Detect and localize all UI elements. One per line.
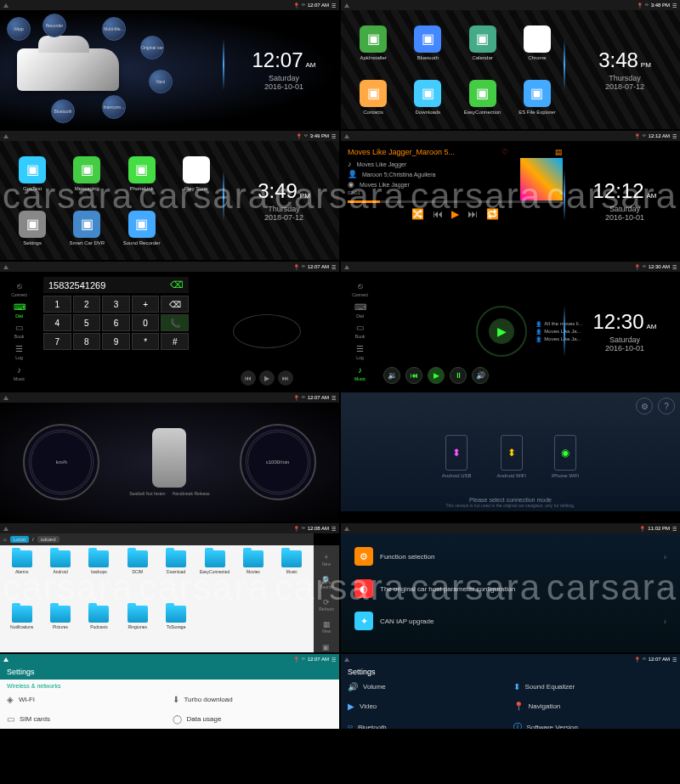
setting-Navigation[interactable]: 📍Navigation [513, 699, 674, 713]
app-ES File Explorer[interactable]: ▣ES File Explorer [512, 71, 563, 122]
dial-key-1[interactable]: 1 [43, 296, 71, 313]
setting-Volume[interactable]: 🔊Volume [348, 680, 508, 694]
folder-EasyConnected[interactable]: EasyConnected [196, 550, 233, 604]
dial-key-2[interactable]: 2 [73, 296, 101, 313]
conn-device-Android WiFi[interactable]: ⬍Android WiFi [497, 435, 526, 478]
folder-Alarms[interactable]: Alarms [3, 550, 40, 604]
play-icon[interactable]: ▶ [428, 367, 445, 384]
app-Calendar[interactable]: ▣Calendar [457, 17, 508, 68]
side-View[interactable]: ▦View [322, 620, 332, 634]
dial-key-5[interactable]: 5 [73, 314, 101, 331]
folder-TsStorage[interactable]: TsStorage [158, 606, 195, 652]
progress-bar[interactable] [348, 200, 563, 203]
play-circle[interactable]: ▶ [476, 306, 527, 357]
app-Play Store[interactable]: ▣Play Store [171, 148, 222, 199]
app-Downloads[interactable]: ▣Downloads [402, 71, 453, 122]
folder-Ringtones[interactable]: Ringtones [119, 606, 156, 652]
dial-key-6[interactable]: 6 [102, 314, 130, 331]
setting-Software Version[interactable]: ⓘSoftware Version [513, 719, 674, 729]
heart-icon[interactable]: ♡ [502, 148, 508, 156]
app-Chrome[interactable]: ▣Chrome [512, 17, 563, 68]
dial-key-4[interactable]: 4 [43, 314, 71, 331]
repeat-icon[interactable]: 🔁 [486, 208, 499, 220]
func-item[interactable]: ✦CAN IAP upgrade› [348, 605, 673, 637]
bubble-recorder[interactable]: Recorder [42, 14, 66, 37]
folder-Android[interactable]: Android [42, 550, 78, 604]
setting-Video[interactable]: ▶Video [348, 699, 508, 713]
next-icon[interactable]: ⏭ [468, 208, 478, 220]
folder-Pictures[interactable]: Pictures [42, 606, 78, 652]
phone-tab-Music[interactable]: ♪Music [341, 365, 379, 381]
phone-tab-Music[interactable]: ♪Music [0, 365, 38, 381]
phone-tab-Connect[interactable]: ⎋Connect [0, 281, 38, 297]
phone-tab-Book[interactable]: ▭Book [341, 323, 379, 339]
folder-Notifications[interactable]: Notifications [3, 606, 40, 652]
phone-tab-Log[interactable]: ☰Log [0, 344, 38, 360]
settings-icon[interactable]: ⚙ [636, 398, 653, 415]
phone-tab-Dial[interactable]: ⌨Dial [0, 302, 38, 319]
phone-tab-Log[interactable]: ☰Log [341, 344, 379, 360]
dial-key-9[interactable]: 9 [102, 333, 130, 350]
folder-Podcasts[interactable]: Podcasts [81, 606, 117, 652]
bubble-multime[interactable]: Multi-Me... [102, 17, 126, 41]
setting-Wi-Fi[interactable]: ◈Wi-Fi [7, 692, 167, 707]
prev-btn[interactable]: ⏮ [241, 370, 256, 386]
breadcrumb[interactable]: ⌂Local/sdcard [0, 533, 314, 545]
phone-tab-Dial[interactable]: ⌨Dial [341, 302, 379, 319]
setting-SIM cards[interactable]: ▭SIM cards [7, 712, 167, 726]
app-GpsTest[interactable]: ▣GpsTest [7, 148, 58, 199]
side-New[interactable]: +New [322, 553, 331, 567]
backspace-icon[interactable]: ⌫ [170, 279, 184, 290]
prev-icon[interactable]: ⏮ [433, 208, 443, 220]
vol-up-icon[interactable]: 🔊 [472, 367, 489, 384]
pause-icon[interactable]: ⏸ [450, 367, 467, 384]
conn-device-iPhone WiFi[interactable]: ◉iPhone WiFi [552, 435, 579, 478]
folder-DCIM[interactable]: DCIM [119, 550, 156, 604]
dial-key-3[interactable]: 3 [102, 296, 130, 313]
play-icon[interactable]: ▶ [451, 208, 459, 220]
bubble-bt[interactable]: Bluetooth [51, 99, 75, 123]
dial-key-7[interactable]: 7 [43, 333, 71, 350]
menu-icon[interactable]: ▤ [555, 148, 563, 156]
dial-key-+[interactable]: + [132, 296, 160, 313]
app-Sound Recorder[interactable]: ▣Sound Recorder [116, 202, 167, 253]
setting-Bluetooth[interactable]: ⌔Bluetooth [348, 719, 508, 729]
dial-key-#[interactable]: # [161, 333, 189, 350]
app-PhoneLink[interactable]: ▣PhoneLink [116, 148, 167, 199]
app-Settings[interactable]: ▣Settings [7, 202, 58, 253]
app-EasyConnection[interactable]: ▣EasyConnection [457, 71, 508, 122]
prev-icon[interactable]: ⏮ [405, 367, 422, 384]
app-Smart Car DVR[interactable]: ▣Smart Car DVR [61, 202, 112, 253]
home-icon[interactable]: ⌂ [3, 537, 7, 542]
app-Messaging[interactable]: ▣Messaging [61, 148, 112, 199]
func-item[interactable]: ◐The original car host parameter configu… [348, 572, 673, 605]
app-Contacts[interactable]: ▣Contacts [348, 71, 399, 122]
app-ApkInstaller[interactable]: ▣ApkInstaller [348, 17, 399, 68]
conn-device-Android USB[interactable]: ⬍Android USB [442, 435, 472, 478]
bubble-original[interactable]: Original car [140, 36, 164, 59]
folder-backups[interactable]: backups [81, 550, 117, 604]
bubble-interconn[interactable]: Interconn... [102, 95, 126, 119]
func-item[interactable]: ⚙Function selection› [348, 540, 673, 572]
phone-tab-Connect[interactable]: ⎋Connect [341, 281, 379, 297]
shuffle-icon[interactable]: 🔀 [411, 208, 424, 220]
side-Windows[interactable]: ▣Windows [318, 643, 335, 652]
help-icon[interactable]: ? [658, 398, 675, 415]
menu-icon[interactable]: ☰ [332, 3, 336, 8]
app-Bluetooth[interactable]: ▣Bluetooth [402, 17, 453, 68]
phone-tab-Book[interactable]: ▭Book [0, 323, 38, 339]
folder-Music[interactable]: Music [274, 550, 310, 604]
bubble-iiapp[interactable]: IIApp [7, 17, 31, 41]
dial-key-⌫[interactable]: ⌫ [161, 296, 189, 313]
vol-down-icon[interactable]: 🔉 [383, 367, 400, 384]
dial-key-8[interactable]: 8 [73, 333, 101, 350]
setting-Data usage[interactable]: ◯Data usage [173, 712, 333, 726]
play-btn[interactable]: ▶ [259, 370, 275, 386]
dial-key-0[interactable]: 0 [132, 314, 160, 331]
dial-key-*[interactable]: * [132, 333, 160, 350]
folder-Download[interactable]: Download [158, 550, 195, 604]
folder-Movies[interactable]: Movies [235, 550, 271, 604]
dial-key-📞[interactable]: 📞 [161, 314, 189, 331]
side-Refresh[interactable]: ⟳Refresh [319, 598, 334, 612]
setting-Turbo download[interactable]: ⬇Turbo download [173, 692, 333, 707]
